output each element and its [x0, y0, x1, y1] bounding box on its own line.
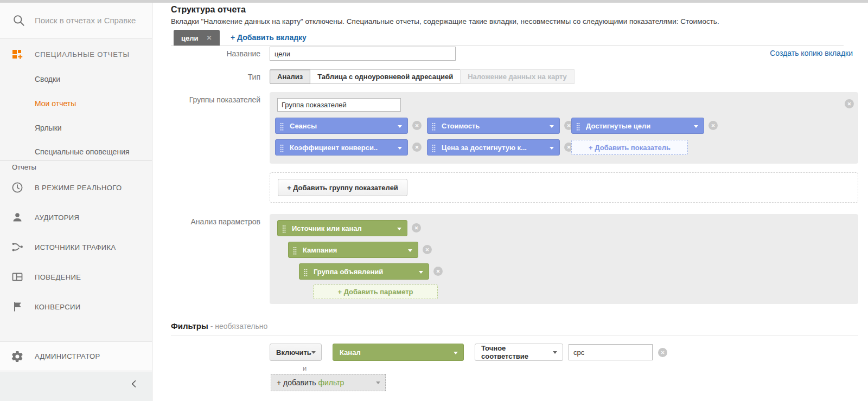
remove-dimension-icon[interactable]: ✕: [423, 245, 432, 254]
chevron-down-icon[interactable]: [408, 249, 412, 252]
metric-chip-goal-completions[interactable]: Достигнутые цели: [571, 118, 704, 134]
collapse-sidebar-icon[interactable]: [129, 378, 140, 391]
chevron-down-icon[interactable]: [694, 125, 698, 128]
filters-title: Фильтры: [171, 321, 208, 331]
chevron-down-icon[interactable]: [550, 147, 554, 150]
tab-goals[interactable]: цели ✕: [174, 30, 220, 46]
dimension-drilldown-panel: Источник или канал ✕ Кампания ✕ Группа о…: [270, 214, 858, 304]
filter-match-type-dropdown[interactable]: Точное соответствие: [475, 344, 563, 361]
drag-handle-icon[interactable]: [576, 122, 580, 131]
search-bar[interactable]: [0, 3, 152, 38]
filters-heading: Фильтры - необязательно: [171, 321, 267, 331]
reports-section-label: Отчеты: [12, 163, 36, 171]
add-filter-button[interactable]: + добавить фильтр: [271, 374, 386, 391]
search-icon: [12, 14, 26, 28]
sidebar-item-conversions[interactable]: КОНВЕРСИИ: [0, 300, 152, 314]
filters-optional-label: - необязательно: [208, 322, 268, 331]
drag-handle-icon[interactable]: [432, 122, 436, 131]
type-option-flat-table[interactable]: Таблица с одноуровневой адресацией: [310, 69, 461, 84]
chevron-down-icon[interactable]: [419, 271, 423, 274]
remove-dimension-icon[interactable]: ✕: [412, 223, 421, 232]
sidebar: СПЕЦИАЛЬНЫЕ ОТЧЕТЫ Сводки Мои отчеты Ярл…: [0, 0, 152, 401]
chevron-down-icon[interactable]: [398, 147, 402, 150]
clock-icon: [11, 181, 24, 194]
map-overlay-warning: Вкладки "Наложение данных на карту" откл…: [171, 17, 719, 25]
remove-metric-icon[interactable]: ✕: [709, 121, 718, 130]
drag-handle-icon[interactable]: [304, 268, 308, 276]
dimension-chip-campaign[interactable]: Кампания: [288, 242, 418, 258]
sidebar-item-custom-alerts[interactable]: Специальные оповещения: [35, 147, 130, 156]
type-option-map-overlay: Наложение данных на карту: [460, 69, 575, 84]
sidebar-item-realtime[interactable]: В РЕЖИМЕ РЕАЛЬНОГО: [0, 180, 152, 195]
traffic-sources-icon: [11, 241, 24, 254]
filter-dimension-chip-medium[interactable]: Канал: [333, 344, 464, 361]
sidebar-item-behavior[interactable]: ПОВЕДЕНИЕ: [0, 270, 152, 284]
metric-chip-cost-per-goal[interactable]: Цена за достигнутую к...: [427, 139, 560, 156]
add-metric-group-dropzone: + Добавить группу показателей: [270, 172, 858, 203]
behavior-icon: [11, 270, 24, 283]
filter-value-input[interactable]: [569, 344, 653, 360]
sidebar-item-my-reports[interactable]: Мои отчеты: [35, 99, 76, 108]
chevron-down-icon[interactable]: [397, 228, 401, 230]
dimension-chip-ad-group[interactable]: Группа объявлений: [299, 263, 429, 280]
tab-label: цели: [181, 34, 198, 42]
remove-metric-icon[interactable]: ✕: [412, 143, 422, 152]
sidebar-section-custom-reports[interactable]: СПЕЦИАЛЬНЫЕ ОТЧЕТЫ: [0, 47, 152, 62]
sidebar-divider: [0, 160, 152, 161]
tab-name-input[interactable]: [270, 47, 456, 61]
add-dimension-button[interactable]: + Добавить параметр: [313, 284, 438, 299]
dimension-chip-source-medium[interactable]: Источник или канал: [277, 220, 407, 236]
drag-handle-icon[interactable]: [293, 247, 297, 255]
metric-group-name-input[interactable]: [277, 98, 401, 112]
type-label: Тип: [171, 73, 260, 81]
chevron-down-icon[interactable]: [550, 125, 554, 128]
add-metric-group-button[interactable]: + Добавить группу показателей: [278, 179, 407, 196]
gear-icon: [11, 350, 24, 363]
remove-dimension-icon[interactable]: ✕: [433, 267, 443, 276]
metric-group-panel: ✕ Сеансы ✕ Стоимость ✕ Достигнутые цели …: [270, 92, 858, 164]
page-title: Структура отчета: [171, 5, 246, 15]
chevron-down-icon: [311, 351, 316, 354]
person-icon: [11, 211, 24, 224]
type-option-explorer[interactable]: Анализ: [270, 69, 310, 84]
remove-metric-icon[interactable]: ✕: [412, 121, 422, 130]
sidebar-item-audience[interactable]: АУДИТОРИЯ: [0, 210, 152, 224]
top-edge-strip: [0, 0, 868, 3]
custom-reports-title: СПЕЦИАЛЬНЫЕ ОТЧЕТЫ: [35, 50, 130, 59]
report-structure-editor: Структура отчета Вкладки "Наложение данн…: [152, 0, 868, 401]
remove-filter-icon[interactable]: ✕: [658, 348, 667, 357]
type-segmented-control: Анализ Таблица с одноуровневой адресацие…: [270, 69, 575, 84]
drag-handle-icon[interactable]: [432, 144, 436, 152]
sidebar-item-overviews[interactable]: Сводки: [35, 75, 60, 83]
sidebar-item-admin[interactable]: АДМИНИСТРАТОР: [0, 341, 152, 371]
custom-reports-icon: [11, 48, 24, 61]
metric-chip-sessions[interactable]: Сеансы: [275, 118, 408, 134]
filters-divider: [171, 335, 858, 335]
dimensions-label: Анализ параметров: [171, 217, 260, 226]
chevron-down-icon[interactable]: [454, 352, 458, 354]
drag-handle-icon[interactable]: [282, 225, 286, 233]
metric-groups-label: Группы показателей: [171, 95, 260, 104]
filter-and-label: и: [303, 364, 307, 372]
metric-chip-cost[interactable]: Стоимость: [427, 118, 560, 134]
drag-handle-icon[interactable]: [280, 122, 284, 131]
add-tab-link[interactable]: + Добавить вкладку: [231, 33, 307, 42]
sidebar-item-acquisition[interactable]: ИСТОЧНИКИ ТРАФИКА: [0, 240, 152, 254]
drag-handle-icon[interactable]: [280, 144, 284, 152]
chevron-down-icon: [553, 351, 557, 354]
add-metric-button[interactable]: + Добавить показатель: [571, 140, 688, 155]
remove-metric-group-icon[interactable]: ✕: [845, 99, 854, 108]
filter-mode-dropdown[interactable]: Включить: [270, 344, 322, 361]
duplicate-tab-link[interactable]: Создать копию вкладки: [770, 49, 853, 57]
chevron-down-icon: [376, 381, 380, 384]
tab-close-icon[interactable]: ✕: [206, 34, 212, 42]
sidebar-item-shortcuts[interactable]: Ярлыки: [35, 124, 62, 132]
tab-bottom-border: [171, 46, 844, 46]
metric-chip-conversion-rate[interactable]: Коэффициент конверси..: [275, 139, 408, 156]
flag-icon: [11, 300, 24, 313]
name-label: Название: [171, 49, 260, 58]
search-input[interactable]: [35, 16, 141, 25]
sidebar-collapse-bar: [0, 372, 152, 401]
chevron-down-icon[interactable]: [398, 125, 402, 128]
